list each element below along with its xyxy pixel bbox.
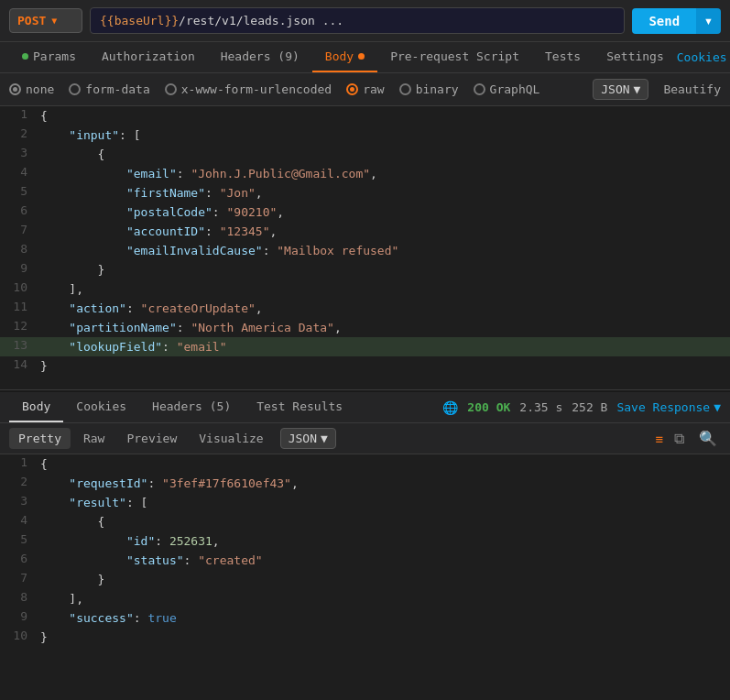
line-content: "partitionName": "North America Data",: [37, 318, 730, 337]
line-content: {: [37, 512, 730, 531]
line-content: ],: [37, 279, 730, 299]
table-row: 11 "action": "createOrUpdate",: [0, 299, 730, 318]
response-code-table: 1{2 "requestId": "3fef#17f6610ef43",3 "r…: [0, 454, 730, 647]
binary-radio: [399, 83, 411, 95]
copy-button[interactable]: ⧉: [670, 429, 688, 449]
json-selector-label: JSON: [601, 82, 629, 96]
table-row: 1{: [0, 106, 730, 126]
option-none[interactable]: none: [9, 82, 54, 96]
body-options-row: none form-data x-www-form-urlencoded raw…: [0, 73, 730, 106]
option-urlencoded-label: x-www-form-urlencoded: [181, 82, 332, 96]
tab-prerequest[interactable]: Pre-request Script: [377, 42, 532, 72]
option-raw[interactable]: raw: [346, 82, 384, 96]
line-number: 5: [0, 183, 37, 202]
table-row: 2 "requestId": "3fef#17f6610ef43",: [0, 474, 730, 493]
resp-tab-body[interactable]: Body: [9, 392, 63, 422]
table-row: 9 "success": true: [0, 608, 730, 628]
resp-right-icons: ≡ ⧉ 🔍: [656, 428, 721, 449]
table-row: 3 "result": [: [0, 493, 730, 512]
resp-tab-test-results[interactable]: Test Results: [244, 392, 355, 422]
request-code-table: 1{2 "input": [3 {4 "email": "John.J.Publ…: [0, 106, 730, 376]
response-status-bar: 🌐 200 OK 2.35 s 252 B Save Response ▼: [442, 400, 721, 415]
resp-tab-cookies[interactable]: Cookies: [63, 392, 139, 422]
line-content: ],: [37, 589, 730, 608]
filter-icon[interactable]: ≡: [656, 432, 663, 446]
line-number: 4: [0, 164, 37, 183]
beautify-button[interactable]: Beautify: [663, 82, 721, 96]
tab-authorization-label: Authorization: [102, 49, 195, 63]
line-number: 1: [0, 454, 37, 474]
table-row: 12 "partitionName": "North America Data"…: [0, 318, 730, 337]
line-number: 14: [0, 356, 37, 376]
send-button-group: Send ▼: [632, 8, 721, 34]
response-body-viewer[interactable]: 1{2 "requestId": "3fef#17f6610ef43",3 "r…: [0, 454, 730, 656]
line-number: 12: [0, 318, 37, 337]
option-none-label: none: [26, 82, 54, 96]
line-number: 13: [0, 337, 37, 356]
resp-pretty-button[interactable]: Pretty: [9, 428, 71, 449]
line-content: }: [37, 628, 730, 647]
tab-settings[interactable]: Settings: [594, 42, 677, 72]
line-number: 3: [0, 493, 37, 512]
table-row: 6 "postalCode": "90210",: [0, 202, 730, 222]
tab-authorization[interactable]: Authorization: [89, 42, 208, 72]
raw-radio: [346, 83, 358, 95]
resp-json-chevron: ▼: [321, 432, 328, 445]
tab-params[interactable]: Params: [9, 42, 89, 72]
line-number: 7: [0, 222, 37, 241]
option-form-data[interactable]: form-data: [69, 82, 149, 96]
table-row: 1{: [0, 454, 730, 474]
option-binary[interactable]: binary: [399, 82, 459, 96]
table-row: 8 ],: [0, 589, 730, 608]
globe-icon: 🌐: [442, 400, 458, 415]
resp-json-selector[interactable]: JSON ▼: [280, 428, 336, 449]
line-content: "action": "createOrUpdate",: [37, 299, 730, 318]
json-selector-chevron: ▼: [634, 82, 641, 96]
option-graphql-label: GraphQL: [490, 82, 540, 96]
resp-tab-headers[interactable]: Headers (5): [139, 392, 244, 422]
table-row: 2 "input": [: [0, 126, 730, 145]
search-button[interactable]: 🔍: [695, 428, 721, 449]
tab-body[interactable]: Body: [312, 42, 377, 72]
line-number: 10: [0, 628, 37, 647]
option-urlencoded[interactable]: x-www-form-urlencoded: [165, 82, 332, 96]
tab-params-label: Params: [33, 49, 76, 63]
table-row: 5 "id": 252631,: [0, 531, 730, 551]
resp-raw-button[interactable]: Raw: [74, 428, 114, 449]
resp-tab-body-label: Body: [22, 399, 50, 413]
status-code: 200 OK: [467, 400, 510, 414]
tab-prerequest-label: Pre-request Script: [390, 49, 519, 63]
urlencoded-radio: [165, 83, 177, 95]
resp-visualize-button[interactable]: Visualize: [190, 428, 272, 449]
line-number: 1: [0, 106, 37, 126]
line-content: "firstName": "Jon",: [37, 183, 730, 202]
line-number: 3: [0, 145, 37, 164]
option-graphql[interactable]: GraphQL: [474, 82, 540, 96]
response-tabs: Body Cookies Headers (5) Test Results 🌐 …: [0, 390, 730, 423]
table-row: 7 "accountID": "12345",: [0, 222, 730, 241]
save-response-button[interactable]: Save Response ▼: [616, 400, 721, 414]
line-number: 7: [0, 570, 37, 589]
method-chevron-icon: ▼: [51, 16, 57, 26]
tab-body-label: Body: [325, 49, 354, 63]
top-bar: POST ▼ {{baseUrl}}/rest/v1/leads.json ..…: [0, 0, 730, 42]
option-form-data-label: form-data: [85, 82, 149, 96]
tab-tests[interactable]: Tests: [532, 42, 594, 72]
line-content: "emailInvalidCause": "Mailbox refused": [37, 241, 730, 260]
line-content: }: [37, 260, 730, 279]
send-dropdown-button[interactable]: ▼: [696, 8, 721, 34]
json-format-selector[interactable]: JSON ▼: [593, 79, 648, 100]
graphql-radio: [474, 83, 485, 95]
line-content: }: [37, 356, 730, 376]
url-bar[interactable]: {{baseUrl}}/rest/v1/leads.json ...: [90, 7, 625, 34]
line-number: 9: [0, 608, 37, 628]
line-content: "lookupField": "email": [37, 337, 730, 356]
request-tabs: Params Authorization Headers (9) Body Pr…: [0, 42, 730, 73]
send-button[interactable]: Send: [632, 8, 696, 34]
cookies-link[interactable]: Cookies: [677, 43, 727, 71]
resp-preview-button[interactable]: Preview: [117, 428, 186, 449]
table-row: 8 "emailInvalidCause": "Mailbox refused": [0, 241, 730, 260]
request-body-editor[interactable]: 1{2 "input": [3 {4 "email": "John.J.Publ…: [0, 106, 730, 390]
tab-headers[interactable]: Headers (9): [208, 42, 312, 72]
method-dropdown[interactable]: POST ▼: [9, 8, 82, 33]
